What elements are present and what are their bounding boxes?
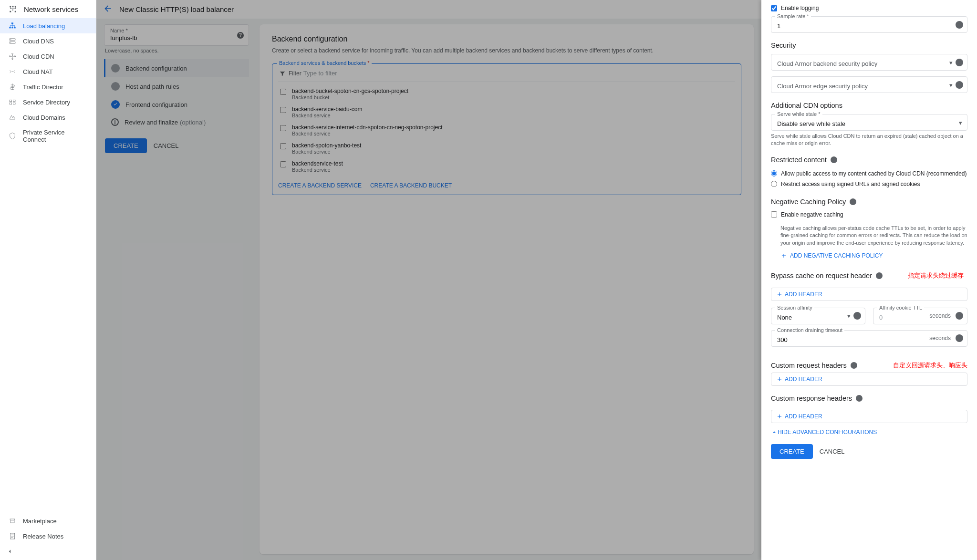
help-icon[interactable]: ? xyxy=(851,362,857,369)
help-icon[interactable]: ? xyxy=(850,198,856,205)
panel-cancel-button[interactable]: CANCEL xyxy=(820,448,845,455)
sidebar-item-load-balancing[interactable]: Load balancing xyxy=(0,18,96,33)
sidebar-item-cloud-domains[interactable]: Cloud Domains xyxy=(0,110,96,125)
restricted-opt2[interactable]: Restrict access using signed URLs and si… xyxy=(771,181,967,187)
serve-stale-help: Serve while stale allows Cloud CDN to re… xyxy=(771,133,967,147)
create-backend-bucket-link[interactable]: CREATE A BACKEND BUCKET xyxy=(370,182,452,189)
sidebar-item-service-directory[interactable]: Service Directory xyxy=(0,94,96,110)
create-button[interactable]: CREATE xyxy=(105,138,147,153)
help-icon[interactable]: ? xyxy=(956,312,963,320)
backend-checkbox[interactable] xyxy=(280,89,286,95)
help-icon[interactable]: ? xyxy=(956,81,963,89)
add-neg-policy-button[interactable]: ADD NEGATIVE CACHING POLICY xyxy=(780,252,967,259)
nav-collapse[interactable] xyxy=(0,544,96,560)
help-icon[interactable]: ? xyxy=(237,32,244,39)
nat-icon xyxy=(9,68,16,75)
svg-rect-19 xyxy=(10,103,12,104)
sidebar-item-marketplace[interactable]: Marketplace xyxy=(0,513,96,529)
backends-fieldset: Backend services & backend buckets * Fil… xyxy=(272,63,741,195)
sidebar-item-cloud-cdn[interactable]: Cloud CDN xyxy=(0,49,96,64)
enable-logging-checkbox[interactable] xyxy=(771,5,777,11)
svg-rect-10 xyxy=(10,41,15,43)
plus-icon xyxy=(776,376,783,383)
neg-enable-checkbox[interactable] xyxy=(771,211,777,218)
backend-name: backend-service-internet-cdn-spoton-cn-n… xyxy=(292,124,443,131)
neg-enable-row[interactable]: Enable negative caching xyxy=(771,211,967,218)
step-label: Frontend configuration xyxy=(125,101,187,108)
serve-stale-select[interactable]: Serve while stale * Disable serve while … xyxy=(771,114,967,131)
svg-rect-20 xyxy=(13,100,15,101)
serve-stale-value: Disable serve while stale xyxy=(777,120,845,127)
session-affinity-select[interactable]: Session affinity None ▾ ? xyxy=(771,308,865,324)
backend-type: Backend service xyxy=(292,113,362,118)
restricted-opt-label: Restrict access using signed URLs and si… xyxy=(781,181,920,187)
filter-row[interactable]: Filter Type to filter xyxy=(278,68,735,82)
cookie-ttl-field[interactable]: Affinity cookie TTL seconds ? xyxy=(873,308,967,324)
steps-column: Name * funplus-lb ? Lowercase, no spaces… xyxy=(104,24,249,554)
help-icon[interactable]: ? xyxy=(956,59,963,66)
backend-row[interactable]: backendservice-testBackend service xyxy=(278,157,735,176)
drain-timeout-field[interactable]: Connection draining timeout seconds ? xyxy=(771,330,967,347)
main: New Classic HTTP(S) load balancer Name *… xyxy=(96,0,761,560)
help-icon[interactable]: ? xyxy=(876,272,883,279)
add-header-bypass-button[interactable]: ADD HEADER xyxy=(771,288,967,301)
svg-point-11 xyxy=(10,39,11,40)
add-header-res-button[interactable]: ADD HEADER xyxy=(771,410,967,423)
page-title: New Classic HTTP(S) load balancer xyxy=(119,5,234,13)
step-frontend[interactable]: Frontend configuration xyxy=(104,95,249,114)
help-icon[interactable]: ? xyxy=(856,395,863,402)
backend-checkbox[interactable] xyxy=(280,107,286,113)
hide-advanced-button[interactable]: HIDE ADVANCED CONFIGURATIONS xyxy=(771,429,967,436)
enable-logging-row[interactable]: Enable logging xyxy=(771,5,967,11)
domains-icon xyxy=(9,114,16,121)
restricted-radio[interactable] xyxy=(771,170,777,176)
name-field[interactable]: Name * funplus-lb ? xyxy=(104,24,249,46)
service-directory-icon xyxy=(9,98,16,106)
restricted-opt1[interactable]: Allow public access to my content cached… xyxy=(771,170,967,177)
step-backend[interactable]: Backend configuration xyxy=(104,59,249,77)
help-icon[interactable]: ? xyxy=(956,21,963,29)
backend-row[interactable]: backend-bucket-spoton-cn-gcs-spoton-proj… xyxy=(278,85,735,103)
help-icon[interactable]: ? xyxy=(831,156,837,163)
svg-point-13 xyxy=(12,56,13,57)
svg-point-16 xyxy=(12,53,13,54)
help-icon[interactable]: ? xyxy=(956,334,963,342)
step-host[interactable]: Host and path rules xyxy=(104,77,249,95)
restricted-radio[interactable] xyxy=(771,181,777,187)
backend-checkbox[interactable] xyxy=(280,161,286,167)
sidebar-item-label: Cloud DNS xyxy=(23,38,54,45)
sidebar-item-cloud-nat[interactable]: Cloud NAT xyxy=(0,64,96,79)
sidebar-item-traffic-director[interactable]: Traffic Director xyxy=(0,79,96,94)
armor-edge-select[interactable]: Cloud Armor edge security policy ▾ ? xyxy=(771,76,967,93)
back-arrow[interactable] xyxy=(103,4,113,15)
seconds-suffix: seconds xyxy=(929,335,951,342)
sidebar-item-release-notes[interactable]: Release Notes xyxy=(0,529,96,544)
step-optional: (optional) xyxy=(180,119,206,126)
main-header: New Classic HTTP(S) load balancer xyxy=(96,0,761,19)
backend-row[interactable]: backend-service-baidu-comBackend service xyxy=(278,103,735,121)
step-label: Backend configuration xyxy=(125,65,187,72)
help-icon[interactable]: ? xyxy=(853,312,861,320)
armor-backend-select[interactable]: Cloud Armor backend security policy ▾ ? xyxy=(771,54,967,71)
backend-row[interactable]: backend-spoton-yanbo-testBackend service xyxy=(278,139,735,157)
backend-row[interactable]: backend-service-internet-cdn-spoton-cn-n… xyxy=(278,121,735,139)
nav-title: Network services xyxy=(24,5,78,13)
add-header-req-button[interactable]: ADD HEADER xyxy=(771,373,967,386)
chevron-up-icon xyxy=(771,429,778,436)
step-review[interactable]: i Review and finalize (optional) xyxy=(104,114,249,131)
sample-rate-field[interactable]: Sample rate * ? xyxy=(771,16,967,33)
sidebar-item-private-service-connect[interactable]: Private Service Connect xyxy=(0,125,96,147)
sidebar-item-label: Marketplace xyxy=(23,518,57,525)
nav-header: Network services xyxy=(0,0,96,18)
cancel-button[interactable]: CANCEL xyxy=(154,142,179,149)
custom-res-title: Custom response headers? xyxy=(771,394,967,402)
sample-rate-input[interactable] xyxy=(777,22,961,30)
backend-checkbox[interactable] xyxy=(280,143,286,149)
backend-checkbox[interactable] xyxy=(280,125,286,131)
panel-create-button[interactable]: CREATE xyxy=(771,444,813,459)
sidebar-item-label: Cloud CDN xyxy=(23,53,54,60)
release-notes-icon xyxy=(9,532,16,540)
create-backend-service-link[interactable]: CREATE A BACKEND SERVICE xyxy=(278,182,362,189)
sidebar-item-cloud-dns[interactable]: Cloud DNS xyxy=(0,33,96,49)
config-column: Backend configuration Create or select a… xyxy=(260,24,754,554)
